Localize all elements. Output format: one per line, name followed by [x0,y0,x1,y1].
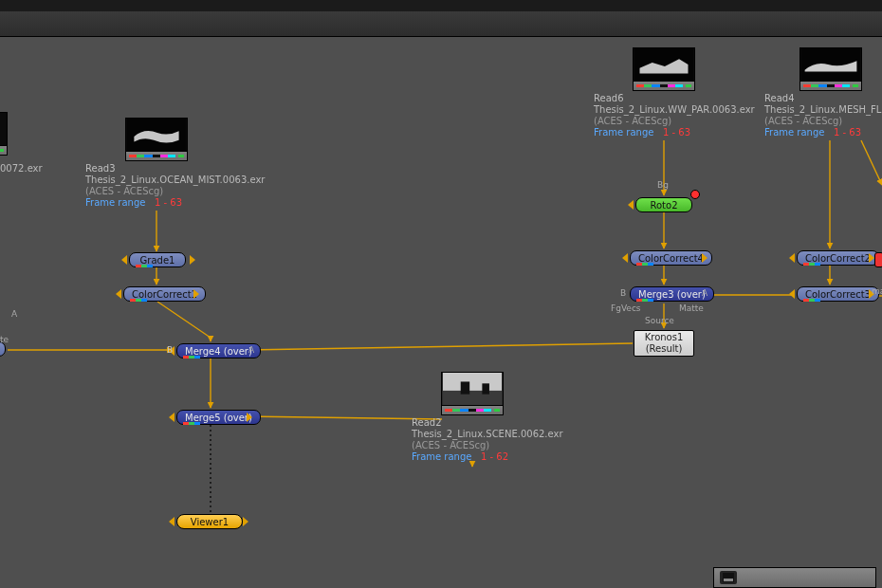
node-partial-right[interactable] [874,252,882,267]
node-error-dot-icon [690,190,700,199]
read-colorspace-label: (ACES - ACEScg) [764,116,882,127]
node-knob-left[interactable] [121,255,127,265]
read-node-partial-left-info: 0072.exr [0,163,43,175]
read-range-value: 1 - 63 [834,127,861,138]
svg-rect-6 [482,383,489,394]
read-thumbnail [0,112,8,146]
node-knob-right[interactable] [702,253,707,263]
read-node-read6[interactable] [633,47,695,91]
read-thumbnail [799,47,862,82]
read-thumbnail [441,372,504,406]
node-viewer1[interactable]: Viewer1 [176,514,243,529]
read-framerange-label: Frame range [412,451,471,462]
read-node-read2-info: Read2 Thesis_2_Linux.SCENE.0062.exr (ACE… [412,417,563,463]
read-footer [441,406,504,415]
node-knob-left[interactable] [169,517,175,526]
node-label: Grade1 [140,255,175,266]
node-knob-left[interactable] [789,289,795,299]
svg-rect-4 [443,391,502,405]
read-thumbnail [125,118,188,152]
port-label-a: A [248,345,254,355]
node-label: ColorCorrect1 [132,289,197,300]
port-label-ma: ma [872,286,882,296]
read-node-read4-info: Read4 Thesis_2_Linux.MESH_FL.0063. (ACES… [764,93,882,138]
port-label-matte: Matte [679,303,704,313]
node-graph-canvas[interactable]: 0072.exr Read3 Thesis_2_Linux.OCEAN_MIST… [0,38,882,588]
read-range-value: 1 - 63 [155,197,182,208]
read-footer [633,82,695,91]
node-grade1[interactable]: Grade1 [129,252,186,267]
node-knob-left[interactable] [169,413,175,422]
read-footer [799,82,862,91]
node-knob-left[interactable] [116,289,121,299]
node-label: Viewer1 [191,517,229,527]
port-label-a: A [11,309,17,319]
read-file-label: Thesis_2_Linux.OCEAN_MIST.0063.exr [85,175,265,186]
overview-thumbnail-icon [720,571,737,584]
overview-panel[interactable] [713,567,876,588]
node-label: Merge5 (over) [185,413,252,423]
read-file-label: Thesis_2_Linux.MESH_FL.0063. [764,104,882,116]
read-footer [0,146,8,156]
node-kronos1[interactable]: Kronos1 (Result) [634,330,694,357]
node-knob-right[interactable] [190,255,195,265]
read-name-label: Read6 [594,93,755,104]
read-node-partial-left[interactable] [0,112,8,156]
read-name-label: Read3 [85,163,265,175]
read-name-label: Read2 [412,417,563,429]
read-framerange-label: Frame range [85,197,145,208]
read-colorspace-label: (ACES - ACEScg) [412,440,563,451]
read-node-read4[interactable] [799,47,862,91]
node-label: Merge4 (over) [185,346,252,357]
node-label: Roto2 [650,200,677,211]
read-node-read3-info: Read3 Thesis_2_Linux.OCEAN_MIST.0063.exr… [85,163,265,209]
node-knob-right[interactable] [193,289,199,299]
read-framerange-label: Frame range [764,127,824,138]
node-colorcorrect3[interactable]: ColorCorrect3 [797,286,879,302]
read-footer [125,152,188,161]
node-knob-left[interactable] [789,253,795,263]
port-label-te: te [0,335,9,344]
node-label: ColorCorrect4 [638,253,704,264]
read-colorspace-label: (ACES - ACEScg) [85,186,265,197]
read-file-label: Thesis_2_Linux.SCENE.0062.exr [412,429,563,440]
read-file-label: 0072.exr [0,163,43,175]
node-colorcorrect4[interactable]: ColorCorrect4 [630,250,712,266]
port-label-b: B [620,288,626,298]
port-label-b: B [167,345,173,355]
read-name-label: Read4 [764,93,882,104]
port-label-fgvecs: FgVecs [611,303,641,313]
node-label: Merge3 (over) [638,289,706,300]
read-thumbnail [633,47,695,82]
read-range-value: 1 - 62 [481,451,508,462]
node-label: ColorCorrect3 [805,289,871,300]
node-knob-left[interactable] [622,253,628,263]
read-framerange-label: Frame range [594,127,653,138]
port-label-a: A [702,288,707,298]
node-knob-right[interactable] [247,413,252,422]
node-label: Kronos1 [634,332,693,343]
read-colorspace-label: (ACES - ACEScg) [594,116,755,127]
node-roto2[interactable]: Roto2 [635,197,692,212]
svg-rect-5 [461,381,469,394]
read-node-read6-info: Read6 Thesis_2_Linux.WW_PAR.0063.exr (AC… [594,93,755,138]
read-node-read2[interactable] [441,372,504,415]
port-label-bg: Bg [657,180,669,190]
port-label-source: Source [645,316,674,325]
node-label: ColorCorrect2 [805,253,871,264]
node-sublabel: (Result) [634,343,693,355]
node-knob-left[interactable] [628,200,634,210]
node-knob-right[interactable] [243,517,248,526]
app-toolbar[interactable] [0,11,882,37]
node-colorcorrect2[interactable]: ColorCorrect2 [797,250,879,266]
read-file-label: Thesis_2_Linux.WW_PAR.0063.exr [594,104,755,116]
svg-rect-8 [724,579,733,581]
read-node-read3[interactable] [125,118,188,161]
read-range-value: 1 - 63 [663,127,690,138]
